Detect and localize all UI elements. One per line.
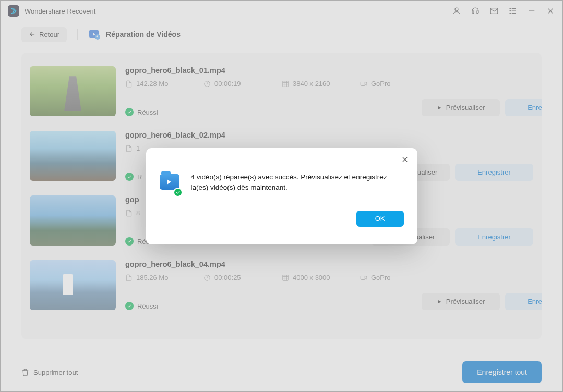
dialog-close-icon[interactable] bbox=[401, 155, 409, 166]
dialog-body: 4 vidéo(s) réparée(s) avec succès. Prévi… bbox=[160, 172, 404, 196]
dialog-message: 4 vidéo(s) réparée(s) avec succès. Prévi… bbox=[191, 172, 404, 193]
modal-overlay: 4 vidéo(s) réparée(s) avec succès. Prévi… bbox=[0, 0, 563, 392]
success-dialog: 4 vidéo(s) réparée(s) avec succès. Prévi… bbox=[146, 148, 417, 244]
dialog-ok-button[interactable]: OK bbox=[356, 211, 404, 227]
dialog-video-success-icon bbox=[160, 174, 182, 196]
